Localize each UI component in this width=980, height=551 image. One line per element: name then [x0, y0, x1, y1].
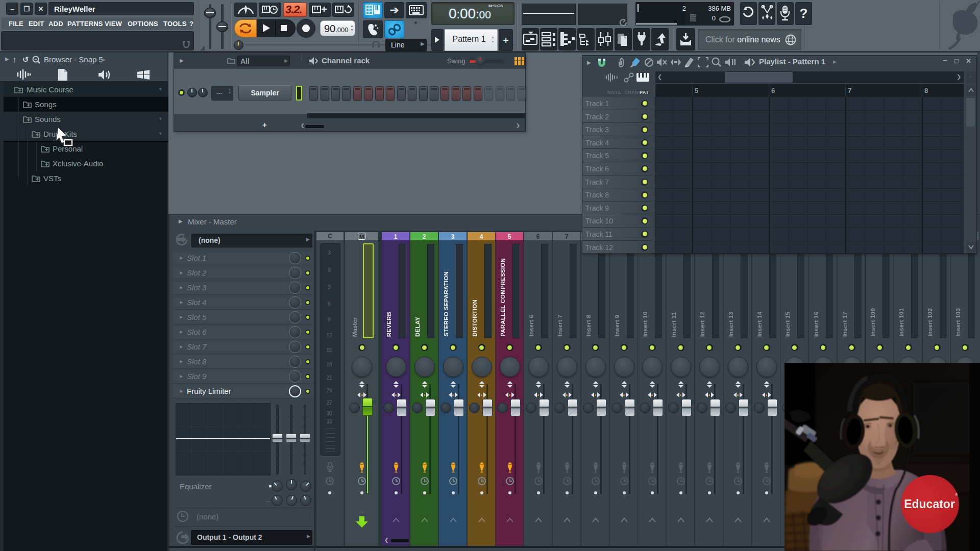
svg-text:Educator: Educator — [904, 497, 955, 511]
svg-text:®: ® — [955, 492, 958, 497]
